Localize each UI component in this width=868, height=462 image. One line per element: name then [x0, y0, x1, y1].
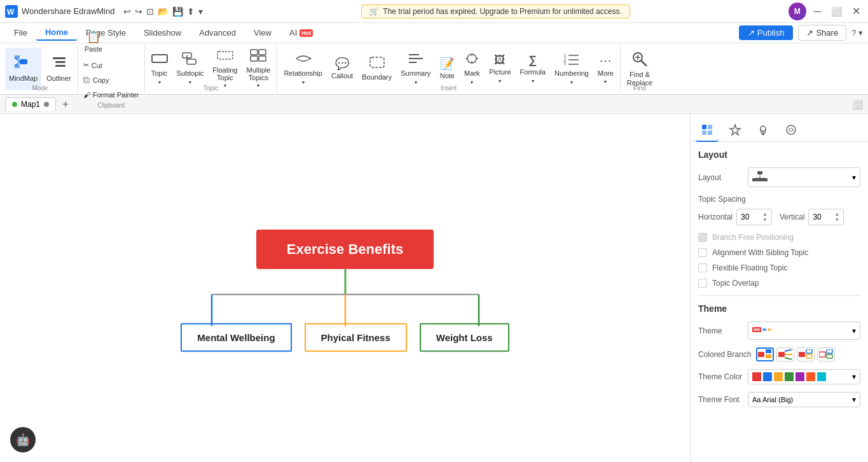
horizontal-arrows[interactable]: ▲ ▼: [762, 211, 768, 223]
colored-branch-row: Colored Branch: [698, 347, 860, 361]
map1-tab[interactable]: Map1: [5, 97, 56, 111]
flexible-floating-checkbox[interactable]: [698, 263, 707, 272]
open-btn[interactable]: 📂: [158, 6, 169, 17]
layout-dropdown-chevron: ▾: [852, 173, 856, 182]
down-arrow-v[interactable]: ▼: [834, 217, 839, 223]
vertical-arrows[interactable]: ▲ ▼: [834, 211, 839, 223]
boundary-button[interactable]: Boundary: [358, 48, 396, 90]
undo-btn[interactable]: ↩: [123, 6, 131, 17]
canvas[interactable]: Exercise Benefits Men: [0, 114, 690, 462]
outliner-button[interactable]: Outliner: [43, 48, 75, 90]
more-btn[interactable]: ▾: [198, 6, 203, 17]
relationship-label: Relationship: [284, 69, 322, 78]
svg-rect-58: [766, 354, 771, 358]
tab-ai[interactable]: AI Hot: [280, 25, 322, 40]
picture-label: Picture: [489, 68, 511, 76]
branch-option-3[interactable]: [797, 347, 815, 361]
copy-button[interactable]: ⿻ Copy: [81, 73, 142, 87]
tab-view[interactable]: View: [245, 25, 280, 40]
redo-btn[interactable]: ↪: [135, 6, 142, 17]
color-swatches: [752, 372, 826, 381]
publish-button[interactable]: ↗ Publish: [739, 25, 794, 40]
new-tab-button[interactable]: +: [59, 97, 72, 111]
panel-content: Layout Layout ▾ Topic Spacing Horizontal…: [691, 142, 868, 462]
format-painter-button[interactable]: 🖌 Format Painter: [81, 88, 142, 102]
mark-label: Mark: [464, 69, 479, 78]
outliner-icon: [52, 55, 67, 73]
branch-free-checkbox[interactable]: [698, 233, 707, 242]
picture-dropdown-icon: ▾: [499, 78, 501, 84]
format-painter-label: Format Painter: [93, 91, 139, 99]
share-button[interactable]: ↗ Share: [798, 25, 846, 41]
formula-button[interactable]: ∑ Formula ▾: [516, 48, 549, 90]
callout-button[interactable]: 💬 Callout: [327, 48, 357, 90]
tab-home[interactable]: Home: [36, 25, 77, 41]
picture-button[interactable]: 🖼 Picture ▾: [485, 48, 514, 90]
up-arrow[interactable]: ▲: [762, 211, 768, 217]
topic-label: Topic: [151, 69, 168, 78]
branch-option-2[interactable]: [776, 347, 794, 361]
svg-rect-16: [259, 50, 266, 55]
trial-banner[interactable]: 🛒 The trial period has expired. Upgrade …: [361, 4, 630, 18]
horizontal-input[interactable]: 30 ▲ ▼: [736, 209, 772, 225]
subtopic-mental-wellbeing[interactable]: Mental Wellbeing: [181, 323, 291, 352]
panel-tab-layout[interactable]: [696, 119, 719, 142]
multiple-topics-button[interactable]: MultipleTopics ▾: [242, 48, 274, 90]
find-replace-button[interactable]: Find &Replace: [623, 48, 656, 90]
summary-button[interactable]: Summary ▾: [397, 48, 434, 90]
minimize-btn[interactable]: ─: [811, 6, 823, 17]
help-button[interactable]: ? ▾: [851, 28, 863, 38]
mark-button[interactable]: Mark ▾: [460, 48, 484, 90]
cut-button[interactable]: ✂ Cut: [81, 59, 142, 73]
subtopic-label: Subtopic: [177, 69, 204, 78]
export-btn[interactable]: ⬆: [187, 6, 195, 17]
relationship-button[interactable]: Relationship ▾: [280, 48, 326, 90]
panel-tab-style[interactable]: [724, 119, 747, 142]
topic-overlap-checkbox[interactable]: [698, 279, 707, 288]
user-avatar[interactable]: M: [789, 3, 806, 20]
theme-color-label: Theme Color: [698, 372, 743, 381]
right-panel: Layout Layout ▾ Topic Spacing Horizontal…: [690, 114, 868, 462]
close-btn[interactable]: ✕: [850, 5, 863, 17]
tab-advanced[interactable]: Advanced: [190, 25, 245, 40]
expand-button[interactable]: ⬜: [852, 99, 863, 109]
subtopic-physical-fitness[interactable]: Phyical Fitness: [305, 323, 407, 352]
subtopic-button[interactable]: Subtopic ▾: [173, 48, 208, 90]
alignment-sibling-checkbox[interactable]: [698, 248, 707, 257]
theme-color-select[interactable]: ▾: [748, 369, 860, 384]
swatch-orange: [806, 372, 815, 381]
save-btn[interactable]: 💾: [172, 6, 183, 17]
publish-icon: ↗: [748, 28, 755, 38]
mindmap-button[interactable]: MindMap: [5, 48, 41, 90]
panel-tab-effects[interactable]: [780, 119, 803, 142]
assistant-icon[interactable]: 🤖: [10, 427, 36, 452]
numbering-button[interactable]: 123 Numbering ▾: [551, 48, 593, 90]
swatch-green: [785, 372, 794, 381]
central-topic[interactable]: Exercise Benefits: [256, 230, 434, 269]
new-btn[interactable]: ⊡: [146, 6, 154, 17]
branch-free-row: Branch Free Positioning: [698, 233, 860, 242]
down-arrow[interactable]: ▼: [762, 217, 768, 223]
subtopic-weight-loss[interactable]: Weight Loss: [420, 323, 509, 352]
vertical-input[interactable]: 30 ▲ ▼: [808, 209, 844, 225]
theme-select[interactable]: ▾: [748, 321, 860, 340]
tab-file[interactable]: File: [5, 25, 36, 40]
tab-slideshow[interactable]: Slideshow: [135, 25, 190, 40]
more-button[interactable]: ⋯ More ▾: [594, 48, 617, 90]
panel-tab-location[interactable]: [752, 119, 775, 142]
floating-topic-button[interactable]: FloatingTopic ▾: [209, 48, 241, 90]
branch-option-1[interactable]: [756, 347, 774, 361]
svg-rect-15: [251, 50, 258, 55]
paste-button[interactable]: 📋 Paste: [81, 28, 106, 56]
layout-select[interactable]: ▾: [748, 167, 860, 187]
formula-label: Formula: [520, 68, 546, 76]
branch-option-4[interactable]: [817, 347, 835, 361]
up-arrow-v[interactable]: ▲: [834, 211, 839, 217]
cut-icon: ✂: [83, 61, 89, 69]
paste-label: Paste: [85, 45, 102, 53]
section-divider: [698, 295, 860, 296]
topic-button[interactable]: Topic ▾: [148, 48, 172, 90]
theme-font-select[interactable]: Aa Arial (Big) ▾: [748, 392, 860, 407]
maximize-btn[interactable]: ⬜: [829, 6, 844, 17]
note-button[interactable]: 📝 Note: [436, 48, 458, 90]
